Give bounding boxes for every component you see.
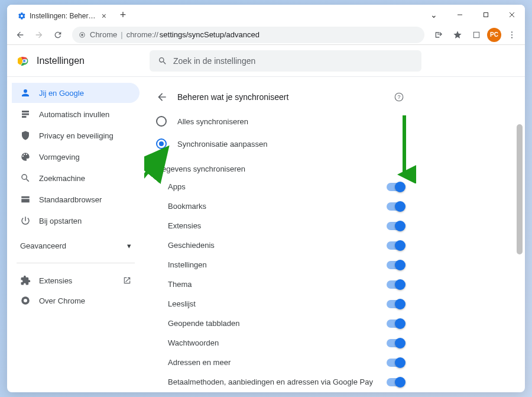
open-external-icon <box>123 276 131 285</box>
sync-item-label: Adressen en meer <box>168 358 231 367</box>
address-scheme: chrome:// <box>126 30 158 39</box>
scrollbar-thumb[interactable] <box>517 124 523 254</box>
chrome-logo-icon <box>18 54 31 67</box>
search-icon <box>158 56 167 66</box>
scrollbar[interactable] <box>517 124 523 386</box>
autofill-icon <box>20 109 31 120</box>
sync-toggle-row: Adressen en meer <box>150 353 410 372</box>
shield-icon <box>20 130 31 141</box>
search-icon <box>20 173 31 183</box>
nav-label: Privacy en beveiliging <box>39 131 113 140</box>
profile-avatar[interactable]: PC <box>487 28 501 42</box>
sync-toggle-row: Bookmarks <box>150 196 410 216</box>
nav-label: Automatisch invullen <box>39 110 109 119</box>
nav-extensions[interactable]: Extensies <box>12 270 140 291</box>
nav-search-engine[interactable]: Zoekmachine <box>12 168 140 188</box>
toggle-switch[interactable] <box>387 183 404 191</box>
radio-sync-custom[interactable]: Synchronisatie aanpassen <box>150 133 410 155</box>
share-icon[interactable] <box>430 27 447 43</box>
back-button[interactable] <box>12 27 28 43</box>
section-label: Gegevens synchroniseren <box>150 155 410 177</box>
address-bar[interactable]: Chrome | chrome://settings/syncSetup/adv… <box>72 27 424 43</box>
toggle-switch[interactable] <box>387 378 404 386</box>
svg-point-5 <box>81 34 83 36</box>
toggle-switch[interactable] <box>387 280 404 289</box>
search-placeholder: Zoek in de instellingen <box>173 56 255 66</box>
sync-toggle-row: Thema <box>150 275 410 294</box>
bookmark-icon[interactable] <box>449 27 466 43</box>
sync-toggle-row: Leeslijst <box>150 294 410 314</box>
sync-toggle-row: Geschiedenis <box>150 235 410 255</box>
toggle-switch[interactable] <box>387 261 404 269</box>
svg-rect-6 <box>473 32 479 37</box>
window-titlebar: Instellingen: Beheren wat je syn × + ⌄ <box>7 5 525 25</box>
sync-toggle-row: Wachtwoorden <box>150 333 410 353</box>
radio-sync-all[interactable]: Alles synchroniseren <box>150 110 410 133</box>
toggle-switch[interactable] <box>387 300 404 308</box>
close-tab-icon[interactable]: × <box>102 11 106 21</box>
sync-toggle-row: Extensies <box>150 216 410 235</box>
nav-label: Jij en Google <box>39 89 84 98</box>
sync-item-label: Geschiedenis <box>168 241 215 250</box>
nav-you-and-google[interactable]: Jij en Google <box>12 83 140 103</box>
toggle-switch[interactable] <box>387 241 404 250</box>
close-window-button[interactable] <box>499 5 525 25</box>
address-origin: Chrome <box>90 30 117 39</box>
toggle-switch[interactable] <box>387 202 404 211</box>
svg-point-7 <box>511 31 512 33</box>
nav-label: Standaardbrowser <box>39 195 102 204</box>
nav-appearance[interactable]: Vormgeving <box>12 147 140 167</box>
menu-icon[interactable] <box>504 27 520 43</box>
toggle-switch[interactable] <box>387 319 404 328</box>
sync-item-label: Apps <box>168 182 186 191</box>
maximize-button[interactable] <box>473 5 499 25</box>
panel-title: Beheren wat je synchroniseert <box>177 92 384 102</box>
power-icon <box>20 215 31 226</box>
tab-search-icon[interactable]: ⌄ <box>421 5 447 25</box>
extensions-icon[interactable] <box>468 27 485 43</box>
toggle-switch[interactable] <box>387 359 404 367</box>
radio-label: Alles synchroniseren <box>177 117 248 126</box>
nav-label: Geavanceerd <box>20 241 66 250</box>
sync-item-label: Extensies <box>168 221 201 230</box>
svg-point-8 <box>511 34 512 35</box>
minimize-button[interactable] <box>447 5 473 25</box>
tab-title: Instellingen: Beheren wat je syn <box>30 12 98 20</box>
nav-label: Over Chrome <box>39 296 85 305</box>
forward-button[interactable] <box>31 27 47 43</box>
nav-on-startup[interactable]: Bij opstarten <box>12 211 140 231</box>
nav-advanced[interactable]: Geavanceerd ▾ <box>12 235 140 256</box>
page-title: Instellingen <box>37 56 85 66</box>
new-tab-button[interactable]: + <box>116 9 130 21</box>
sync-item-label: Bookmarks <box>168 202 206 211</box>
svg-point-14 <box>24 299 27 302</box>
puzzle-icon <box>20 275 31 286</box>
nav-label: Bij opstarten <box>39 217 82 225</box>
radio-icon <box>156 116 167 127</box>
settings-search[interactable]: Zoek in de instellingen <box>150 50 421 72</box>
radio-icon <box>156 138 167 149</box>
sync-toggle-row: Apps <box>150 177 410 196</box>
settings-page: Instellingen Zoek in de instellingen Jij… <box>7 45 525 392</box>
sync-toggle-row: Betaalmethoden, aanbiedingen en adressen… <box>150 372 410 392</box>
toggle-switch[interactable] <box>387 222 404 230</box>
chevron-down-icon: ▾ <box>127 241 131 250</box>
reload-button[interactable] <box>50 27 66 43</box>
sync-item-label: Geopende tabbladen <box>168 319 239 328</box>
panel-back-button[interactable] <box>156 91 168 103</box>
site-info-icon[interactable] <box>78 31 86 39</box>
svg-text:?: ? <box>397 94 400 100</box>
nav-default-browser[interactable]: Standaardbrowser <box>12 189 140 209</box>
help-icon[interactable]: ? <box>394 92 404 102</box>
toggle-switch[interactable] <box>387 339 404 347</box>
nav-about-chrome[interactable]: Over Chrome <box>12 291 140 311</box>
nav-autofill[interactable]: Automatisch invullen <box>12 104 140 124</box>
sync-toggle-row: Instellingen <box>150 255 410 275</box>
nav-privacy[interactable]: Privacy en beveiliging <box>12 125 140 146</box>
sync-item-label: Leeslijst <box>168 299 196 308</box>
browser-tab[interactable]: Instellingen: Beheren wat je syn × <box>12 7 112 25</box>
sync-item-label: Thema <box>168 280 192 289</box>
sync-item-label: Instellingen <box>168 260 207 269</box>
radio-label: Synchronisatie aanpassen <box>177 140 268 149</box>
address-path: settings/syncSetup/advanced <box>160 30 259 39</box>
